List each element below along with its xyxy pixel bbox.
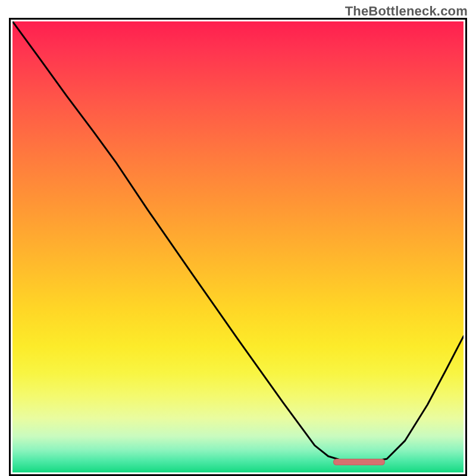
chart-frame bbox=[9, 18, 467, 476]
watermark-text: TheBottleneck.com bbox=[345, 4, 468, 19]
plot-area bbox=[12, 21, 464, 472]
optimal-range-marker bbox=[333, 459, 385, 465]
bottleneck-curve bbox=[12, 21, 464, 461]
curve-svg bbox=[12, 21, 464, 472]
